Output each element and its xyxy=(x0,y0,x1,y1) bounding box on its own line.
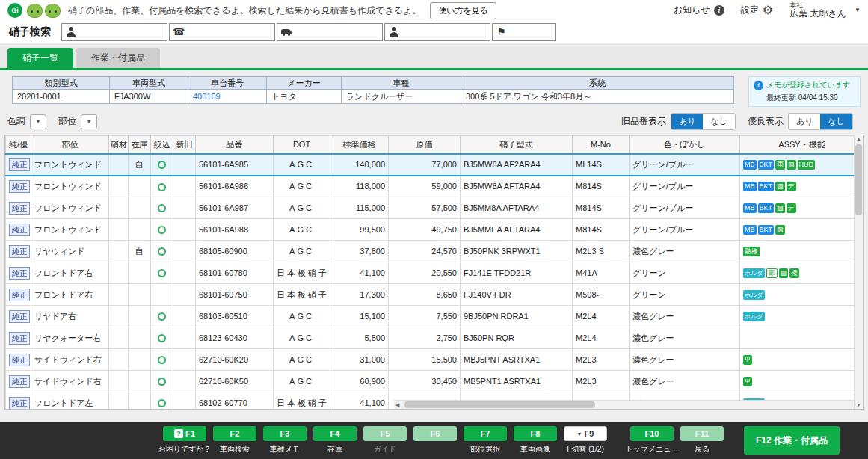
table-row[interactable]: 純正サイドウィンド右62710-60K20AGC31,00015,500MBJ5… xyxy=(6,349,864,371)
function-key-f5-button[interactable]: F5 xyxy=(363,426,407,441)
vehicle-info-row: 類別型式車両型式車台番号メーカー車種系統 20201-0001FJA300W40… xyxy=(4,76,864,107)
part-cell: リヤドア右 xyxy=(31,306,109,327)
glass-model-cell: BJ5MW8A AF2ARA4 xyxy=(461,154,573,176)
cost-cell: 2,750 xyxy=(389,327,461,349)
dot-cell: 日本板硝子 xyxy=(274,392,330,410)
price-cell: 99,500 xyxy=(330,219,389,241)
table-row[interactable]: 純正リヤウィンド自68105-60900AGC37,80024,570BJ50P… xyxy=(6,241,864,262)
table-row[interactable]: 純正リヤドア右68103-60510AGC15,1007,5509BJ50PN … xyxy=(6,306,864,327)
function-key-text: F4 xyxy=(330,429,340,438)
scroll-up-icon[interactable]: ▲ xyxy=(856,136,861,141)
function-key-f10-button[interactable]: F10 xyxy=(630,426,674,441)
match-cell xyxy=(151,349,173,371)
assy-feature-badge: BKT xyxy=(758,203,775,213)
glass-model-cell: 9BJ50PN RDRA1 xyxy=(461,306,573,327)
staff-search-input[interactable] xyxy=(403,24,490,40)
match-cell xyxy=(151,219,173,241)
location-search-input[interactable] xyxy=(511,24,555,40)
horizontal-scrollbar[interactable]: ◀ xyxy=(394,400,854,409)
price-cell: 31,000 xyxy=(330,349,389,371)
table-col-header: 色・ぼかし xyxy=(630,136,740,154)
color-cell: 濃色グレー xyxy=(630,241,740,262)
part-cell: フロントウィンド xyxy=(31,197,109,219)
vehicle-col-header: 車両型式 xyxy=(110,77,188,90)
horizontal-scrollbar-thumb[interactable] xyxy=(404,401,595,408)
table-col-header: 硝材 xyxy=(109,136,129,154)
function-key-label: ガイド xyxy=(374,444,397,455)
function-key-group: F3車種メモ xyxy=(263,426,307,455)
assy-feature-badge: デ xyxy=(787,203,796,213)
match-circle-icon xyxy=(158,161,166,169)
function-key-f7-button[interactable]: F7 xyxy=(464,426,507,441)
function-key-f3-button[interactable]: F3 xyxy=(263,426,307,441)
table-row[interactable]: 純正フロントドア右68101-60750日本板硝子17,3008,650FJ14… xyxy=(6,284,864,306)
newold-cell xyxy=(173,197,196,219)
price-cell: 37,800 xyxy=(330,241,389,262)
vehicle-search-input[interactable] xyxy=(295,24,382,40)
stock-cell xyxy=(129,349,151,371)
match-cell xyxy=(151,284,173,306)
table-row[interactable]: 純正フロントウィンド56101-6A986AGC118,00059,000BJ5… xyxy=(6,176,864,197)
pin-icon: ⚑ xyxy=(493,24,511,40)
quality-display-off[interactable]: なし xyxy=(820,114,852,129)
color-filter-dropdown[interactable]: ▼ xyxy=(30,114,46,129)
table-col-header: 硝子型式 xyxy=(461,136,573,154)
table-row[interactable]: 純正フロントウィンド56101-6A987AGC115,00057,500BJ5… xyxy=(6,197,864,219)
function-key-f1-button[interactable]: ?F1 xyxy=(163,426,206,441)
stock-cell xyxy=(129,262,151,284)
vertical-scrollbar[interactable]: ▲ ▼ xyxy=(854,135,863,409)
function-key-group: F11戻る xyxy=(680,426,724,455)
old-part-number-off[interactable]: なし xyxy=(703,114,735,129)
table-col-header: ASSY・機能 xyxy=(740,136,864,154)
function-key-f9-button[interactable]: ▼F9 xyxy=(564,426,607,441)
how-to-use-button[interactable]: 使い方を見る xyxy=(430,2,496,19)
function-key-f8-button[interactable]: F8 xyxy=(514,426,557,441)
function-key-f2-button[interactable]: F2 xyxy=(213,426,256,441)
part-cell: リヤクォーター右 xyxy=(31,327,109,349)
part-number-cell: 68105-60900 xyxy=(196,241,274,262)
settings-button[interactable]: 設定 ⚙ xyxy=(741,4,773,16)
vertical-scrollbar-thumb[interactable] xyxy=(855,144,862,215)
table-row[interactable]: 純正サイドウィンド右62710-60K50AGC60,90030,450MB5P… xyxy=(6,371,864,392)
function-key-f6-button[interactable]: F6 xyxy=(413,426,457,441)
function-key-f4-button[interactable]: F4 xyxy=(313,426,357,441)
scroll-left-icon[interactable]: ◀ xyxy=(395,402,399,408)
stock-cell xyxy=(129,327,151,349)
table-row[interactable]: 純正リヤクォーター右68123-60430AGC5,5002,750BJ50PN… xyxy=(6,327,864,349)
part-number-cell: 62710-60K50 xyxy=(196,371,274,392)
part-number-cell: 56101-6A988 xyxy=(196,219,274,241)
tab-work-accessories[interactable]: 作業・付属品 xyxy=(76,48,160,68)
scroll-down-icon[interactable]: ▼ xyxy=(855,401,863,409)
customer-search-input[interactable] xyxy=(80,24,167,40)
table-row[interactable]: 純正フロントドア右68101-60780日本板硝子41,10020,550FJ1… xyxy=(6,262,864,284)
grade-cell: 純正 xyxy=(6,392,31,410)
part-filter-dropdown[interactable]: ▼ xyxy=(81,114,97,129)
quality-display-on[interactable]: あり xyxy=(789,114,821,129)
color-cell: グリーン xyxy=(630,284,740,306)
assy-cell: MBBKT▨デ xyxy=(740,176,864,197)
table-row[interactable]: 純正フロントウィンド56101-6A988AGC99,50049,750BJ5M… xyxy=(6,219,864,241)
table-row[interactable]: 純正フロントウィンド自56101-6A985AGC140,00077,000BJ… xyxy=(6,154,864,176)
function-key-group: F5ガイド xyxy=(363,426,407,455)
color-cell: 濃色グレー xyxy=(630,349,740,371)
assy-feature-badge: デ xyxy=(787,182,796,191)
cost-cell: 57,500 xyxy=(389,197,461,219)
function-key-text: F3 xyxy=(280,429,290,438)
assy-feature-badge: ▨ xyxy=(779,268,789,278)
mascot-icon xyxy=(27,4,43,18)
genuine-badge: 純正 xyxy=(9,202,30,215)
grade-cell: 純正 xyxy=(6,241,31,262)
phone-icon: ☎ xyxy=(170,24,188,40)
phone-search-input[interactable] xyxy=(188,24,274,40)
vehicle-value[interactable]: 400109 xyxy=(188,90,267,104)
user-menu[interactable]: 本社 広葉 太郎さん ▼ xyxy=(789,1,861,19)
cost-cell: 7,550 xyxy=(389,306,461,327)
old-part-number-on[interactable]: あり xyxy=(671,114,704,129)
table-col-header: 新旧 xyxy=(173,136,196,154)
tab-glass-list[interactable]: 硝子一覧 xyxy=(7,48,73,68)
memo-box[interactable]: i メモが登録されています 最終更新 04/04 15:30 xyxy=(748,76,861,107)
newold-cell xyxy=(173,262,196,284)
function-key-f12-button[interactable]: F12 作業・付属品 xyxy=(744,426,840,455)
function-key-f11-button[interactable]: F11 xyxy=(680,426,724,441)
notice-button[interactable]: お知らせ i xyxy=(674,4,724,16)
